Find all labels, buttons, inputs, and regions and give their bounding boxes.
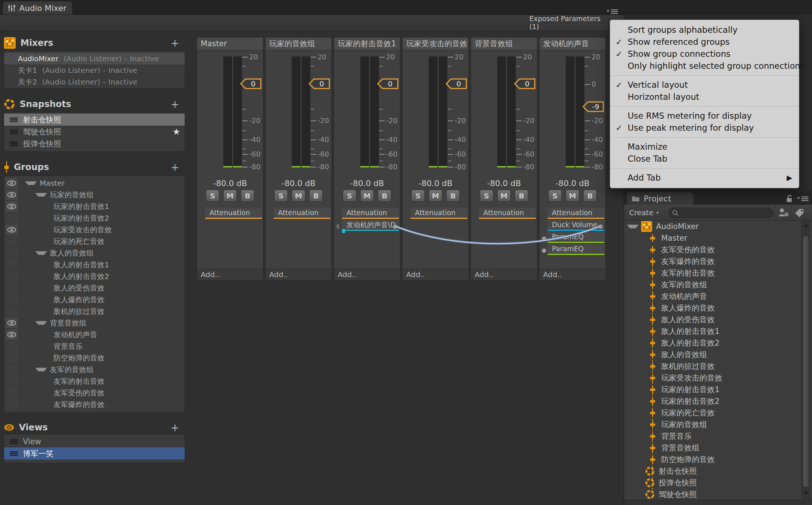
foldout-triangle[interactable] <box>35 321 47 325</box>
group-tree-item[interactable]: 敌机的掠过音效 <box>4 305 185 317</box>
bypass-button[interactable]: B <box>515 190 528 202</box>
project-group-item[interactable]: 敌人的射击音效2 <box>624 337 799 349</box>
add-view-button[interactable]: + <box>171 422 179 434</box>
strip-title[interactable]: 玩家受攻击的音效 <box>403 38 468 50</box>
eye-toggle-empty[interactable] <box>5 271 18 281</box>
menu-item[interactable]: ✓Vertical layout <box>610 79 799 91</box>
foldout-triangle[interactable] <box>35 193 47 197</box>
create-button[interactable]: Create ▾ <box>629 205 659 221</box>
group-tree-item[interactable]: 玩家的死亡音效 <box>4 236 185 247</box>
search-input[interactable] <box>681 209 770 217</box>
add-effect-button[interactable]: Add.. <box>471 269 537 280</box>
foldout-triangle[interactable] <box>35 251 47 255</box>
volume-fader-handle[interactable]: 0 <box>445 78 468 90</box>
add-effect-button[interactable]: Add.. <box>403 269 468 280</box>
eye-toggle-empty[interactable] <box>5 364 18 375</box>
group-tree-item[interactable]: 友军的射击音效 <box>4 375 185 387</box>
mute-button[interactable]: M <box>497 190 511 202</box>
group-tree-item[interactable]: 友军的音效组 <box>4 364 185 375</box>
project-group-item[interactable]: Master <box>624 232 799 244</box>
group-tree-item[interactable]: 背景音效组 <box>4 317 185 329</box>
view-item[interactable]: 博军一笑 <box>4 447 185 459</box>
eye-icon[interactable] <box>5 318 18 328</box>
effect-slot-attenuation[interactable]: Attenuation <box>411 208 467 219</box>
menu-item[interactable]: Use RMS metering for display <box>610 110 799 122</box>
drag-handle-icon[interactable] <box>10 118 18 122</box>
connection-node[interactable] <box>393 224 397 229</box>
project-group-item[interactable]: 玩家的射击音效2 <box>624 395 799 407</box>
group-tree-item[interactable]: 敌人爆炸的音效 <box>4 294 185 305</box>
strip-title[interactable]: Master <box>197 38 263 50</box>
exposed-parameters-button[interactable]: Exposed Parameters (1) <box>529 15 608 30</box>
pane-menu-icon[interactable] <box>797 196 809 202</box>
menu-item[interactable]: ✓Show referenced groups <box>610 36 799 48</box>
project-group-item[interactable]: 玩家受攻击的音效 <box>624 372 799 384</box>
favorites-filter-icon[interactable] <box>778 208 789 218</box>
eye-toggle-empty[interactable] <box>5 260 18 270</box>
eye-toggle-empty[interactable] <box>5 283 18 293</box>
solo-button[interactable]: S <box>411 190 425 202</box>
eye-toggle-empty[interactable] <box>5 213 18 223</box>
volume-fader-handle[interactable]: 0 <box>377 78 399 90</box>
effect-slot-parameq[interactable]: ParamEQ <box>548 244 604 255</box>
add-effect-button[interactable]: Add.. <box>540 269 605 280</box>
eye-toggle-empty[interactable] <box>5 399 18 410</box>
scrollbar[interactable] <box>801 221 810 500</box>
mixer-list-item[interactable]: AudioMixer (Audio Listener) – Inactive <box>4 53 185 64</box>
add-effect-button[interactable]: Add.. <box>197 269 263 280</box>
group-tree-item[interactable]: 敌人的音效组 <box>4 247 185 259</box>
add-mixer-button[interactable]: + <box>171 37 179 49</box>
eye-icon[interactable] <box>5 201 18 212</box>
mute-button[interactable]: M <box>223 190 237 202</box>
project-group-item[interactable]: 友军爆炸的音效 <box>624 256 799 267</box>
effect-slot-attenuation[interactable]: Attenuation <box>479 208 536 219</box>
mute-button[interactable]: M <box>292 190 305 202</box>
search-field[interactable] <box>668 208 773 218</box>
group-tree-item[interactable]: 敌人的射击音效2 <box>4 271 185 282</box>
group-tree-item[interactable]: 玩家的音效组 <box>4 189 185 201</box>
snapshot-item[interactable]: 驾驶仓快照 ★ <box>4 126 185 138</box>
mixer-list-item[interactable]: 关卡1 (Audio Listener) – Inactive <box>4 64 185 76</box>
effect-slot-duck-volume[interactable]: Duck Volume <box>548 220 604 231</box>
connection-node[interactable] <box>542 236 546 241</box>
drag-handle-icon[interactable] <box>10 451 18 456</box>
project-group-item[interactable]: 敌人的射击音效1 <box>624 326 799 337</box>
bypass-button[interactable]: B <box>583 190 597 202</box>
eye-toggle-empty[interactable] <box>5 306 18 316</box>
project-snapshot-item[interactable]: 射击仓快照 <box>624 465 799 477</box>
menu-item[interactable]: Close Tab <box>610 153 799 165</box>
scroll-up-icon[interactable] <box>804 224 808 227</box>
effect-slot-attenuation[interactable]: Attenuation <box>548 208 604 219</box>
eye-toggle-empty[interactable] <box>5 248 18 258</box>
solo-button[interactable]: S <box>480 190 493 202</box>
group-tree-item[interactable]: 敌人的受伤音效 <box>4 282 185 294</box>
scroll-down-icon[interactable] <box>804 492 808 495</box>
project-group-item[interactable]: 玩家的死亡音效 <box>624 407 799 419</box>
bypass-button[interactable]: B <box>378 190 391 202</box>
project-group-item[interactable]: 敌机的掠过音效 <box>624 360 799 372</box>
effect-slot-attenuation[interactable]: Attenuation <box>342 208 399 219</box>
project-group-item[interactable]: 发动机的声音 <box>624 291 799 302</box>
tab-audio-mixer[interactable]: Audio Mixer <box>3 1 72 15</box>
group-tree-item[interactable]: 发动机的声音 <box>4 329 185 340</box>
drag-handle-icon[interactable] <box>10 142 18 146</box>
group-tree-item[interactable]: 玩家受攻击的音效 <box>4 224 185 236</box>
effect-slot-parameq[interactable]: ParamEQ <box>548 232 604 243</box>
strip-title[interactable]: 玩家的音效组 <box>266 38 332 50</box>
connection-node[interactable] <box>542 248 546 253</box>
project-group-item[interactable]: 友军受伤的音效 <box>624 244 799 256</box>
volume-fader-handle[interactable]: -9 <box>582 101 605 113</box>
mute-button[interactable]: M <box>360 190 374 202</box>
volume-fader-handle[interactable]: 0 <box>514 78 536 90</box>
add-snapshot-button[interactable]: + <box>171 98 179 110</box>
project-snapshot-item[interactable]: 驾驶仓快照 <box>624 489 799 500</box>
snapshot-item[interactable]: 射击仓快照 <box>4 114 185 126</box>
group-tree-item[interactable]: 友军受伤的音效 <box>4 387 185 399</box>
bypass-button[interactable]: B <box>446 190 460 202</box>
label-filter-icon[interactable] <box>794 208 805 218</box>
group-tree-item[interactable]: 防空炮弹的音效 <box>4 352 185 364</box>
project-group-item[interactable]: 防空炮弹的音效 <box>624 454 799 465</box>
eye-toggle-empty[interactable] <box>5 295 18 305</box>
project-group-item[interactable]: 玩家的射击音效1 <box>624 384 799 395</box>
group-tree-item[interactable]: 玩家的射击音效2 <box>4 212 185 224</box>
